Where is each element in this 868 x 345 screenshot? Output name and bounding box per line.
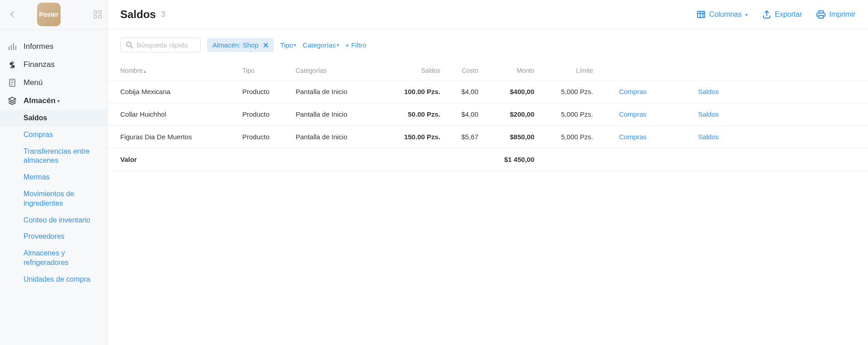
- sidebar-top: Poster: [0, 0, 107, 29]
- subnav-label: Compras: [24, 131, 53, 138]
- columnas-button[interactable]: Columnas▾: [697, 10, 748, 19]
- table: Nombre▴ Tipo Categorías Saldos Costo Mon…: [108, 61, 868, 171]
- nav: Informes Finanzas Menú Almacén ▾ Saldos …: [0, 29, 107, 288]
- page-title: Saldos: [120, 8, 156, 21]
- svg-rect-2: [94, 15, 97, 18]
- imprimir-button[interactable]: Imprimir: [816, 10, 855, 19]
- filter-label: + Filtro: [345, 41, 366, 49]
- nav-label: Menú: [24, 78, 43, 87]
- header: Saldos 3 Columnas▾ Exportar Imprimir: [108, 0, 868, 29]
- cell-tipo: Producto: [242, 133, 296, 141]
- filter-label: Categorías: [302, 41, 335, 49]
- row-saldos-link[interactable]: Saldos: [698, 88, 719, 95]
- cell-costo: $4,00: [440, 110, 478, 118]
- subnav-movimientos[interactable]: Movimientos de ingredientes: [0, 186, 107, 212]
- svg-rect-3: [99, 15, 101, 18]
- cell-saldos: 100.00 Pzs.: [377, 88, 440, 95]
- subnav-label: Unidades de compra: [24, 275, 90, 283]
- export-icon: [762, 10, 771, 19]
- apps-button[interactable]: [94, 10, 102, 19]
- subnav-unidades[interactable]: Unidades de compra: [0, 271, 107, 288]
- cell-monto: $400,00: [478, 88, 534, 95]
- add-filter-button[interactable]: + Filtro: [345, 41, 366, 49]
- subnav-conteo[interactable]: Conteo de inventario: [0, 212, 107, 229]
- subnav-compras[interactable]: Compras: [0, 127, 107, 143]
- chevron-left-icon: [10, 11, 14, 18]
- subnav-label: Conteo de inventario: [24, 216, 90, 224]
- exportar-button[interactable]: Exportar: [762, 10, 802, 19]
- dollar-icon: [8, 61, 18, 69]
- filters: Almacén: Shop Tipo▾ Categorías▾ + Filtro: [108, 29, 868, 61]
- cell-categoria: Pantalla de Inicio: [296, 133, 377, 141]
- col-header-saldos[interactable]: Saldos: [377, 67, 440, 74]
- footer-label: Valor: [120, 156, 242, 163]
- bar-chart-icon: [8, 43, 18, 51]
- svg-rect-5: [698, 11, 705, 18]
- row-saldos-link[interactable]: Saldos: [698, 133, 719, 141]
- table-row[interactable]: Cobija Mexicana Producto Pantalla de Ini…: [108, 80, 868, 103]
- nav-almacen[interactable]: Almacén ▾: [0, 92, 107, 110]
- col-header-tipo[interactable]: Tipo: [242, 67, 296, 74]
- nav-informes[interactable]: Informes: [0, 38, 107, 56]
- search-input[interactable]: [137, 41, 195, 49]
- chevron-down-icon: ▾: [294, 43, 296, 47]
- cell-nombre: Collar Huichhol: [120, 110, 242, 118]
- chip-remove[interactable]: [263, 43, 269, 48]
- cell-limite: 5,000 Pzs.: [534, 88, 593, 95]
- sort-asc-icon: ▴: [144, 69, 146, 74]
- subnav-label: Transferencias entre almacenes: [24, 147, 90, 165]
- header-label: Nombre: [120, 67, 143, 74]
- subnav-proveedores[interactable]: Proveedores: [0, 228, 107, 245]
- table-icon: [697, 10, 706, 19]
- search-icon: [126, 42, 133, 48]
- cell-saldos: 150.00 Pzs.: [377, 133, 440, 141]
- cell-monto: $850,00: [478, 133, 534, 141]
- cell-categoria: Pantalla de Inicio: [296, 110, 377, 118]
- cell-costo: $4,00: [440, 88, 478, 95]
- subnav-almacenes[interactable]: Almacenes y refrigeradores: [0, 245, 107, 271]
- subnav: Saldos Compras Transferencias entre alma…: [0, 110, 107, 288]
- grid-icon: [94, 10, 102, 19]
- subnav-mermas[interactable]: Mermas: [0, 169, 107, 186]
- subnav-label: Saldos: [24, 114, 47, 122]
- sidebar: Poster Informes Finanzas Menú Almacén ▾: [0, 0, 108, 345]
- col-header-monto[interactable]: Monto: [478, 67, 534, 74]
- imprimir-label: Imprimir: [829, 10, 855, 19]
- row-saldos-link[interactable]: Saldos: [698, 110, 719, 118]
- col-header-nombre[interactable]: Nombre▴: [120, 67, 242, 74]
- cell-tipo: Producto: [242, 110, 296, 118]
- col-header-categorias[interactable]: Categorías: [296, 67, 377, 74]
- subnav-label: Proveedores: [24, 232, 65, 240]
- chip-label: Almacén: Shop: [212, 41, 259, 49]
- subnav-transferencias[interactable]: Transferencias entre almacenes: [0, 143, 107, 170]
- cell-monto: $200,00: [478, 110, 534, 118]
- document-icon: [8, 79, 18, 87]
- nav-finanzas[interactable]: Finanzas: [0, 56, 107, 74]
- svg-rect-1: [99, 11, 101, 14]
- logo[interactable]: Poster: [37, 3, 61, 26]
- col-header-costo[interactable]: Costo: [440, 67, 478, 74]
- table-row[interactable]: Figuras Dia De Muertos Producto Pantalla…: [108, 126, 868, 148]
- close-icon: [263, 43, 269, 48]
- filter-categorias[interactable]: Categorías▾: [302, 41, 339, 49]
- cell-limite: 5,000 Pzs.: [534, 110, 593, 118]
- table-row[interactable]: Collar Huichhol Producto Pantalla de Ini…: [108, 103, 868, 126]
- filter-chip-almacen[interactable]: Almacén: Shop: [207, 38, 274, 52]
- logo-text: Poster: [39, 11, 59, 18]
- chevron-down-icon: ▾: [337, 43, 339, 47]
- row-compras-link[interactable]: Compras: [619, 110, 646, 118]
- cell-saldos: 50.00 Pzs.: [377, 110, 440, 118]
- back-button[interactable]: [5, 8, 19, 21]
- row-compras-link[interactable]: Compras: [619, 88, 646, 95]
- nav-menu[interactable]: Menú: [0, 74, 107, 92]
- page-count: 3: [161, 10, 165, 19]
- subnav-saldos[interactable]: Saldos: [0, 110, 107, 127]
- subnav-label: Mermas: [24, 173, 50, 181]
- row-compras-link[interactable]: Compras: [619, 133, 646, 141]
- search-box[interactable]: [120, 38, 201, 52]
- nav-label: Almacén: [24, 96, 56, 105]
- col-header-limite[interactable]: Límite: [534, 67, 593, 74]
- cell-limite: 5,000 Pzs.: [534, 133, 593, 141]
- header-actions: Columnas▾ Exportar Imprimir: [697, 10, 855, 19]
- filter-tipo[interactable]: Tipo▾: [280, 41, 297, 49]
